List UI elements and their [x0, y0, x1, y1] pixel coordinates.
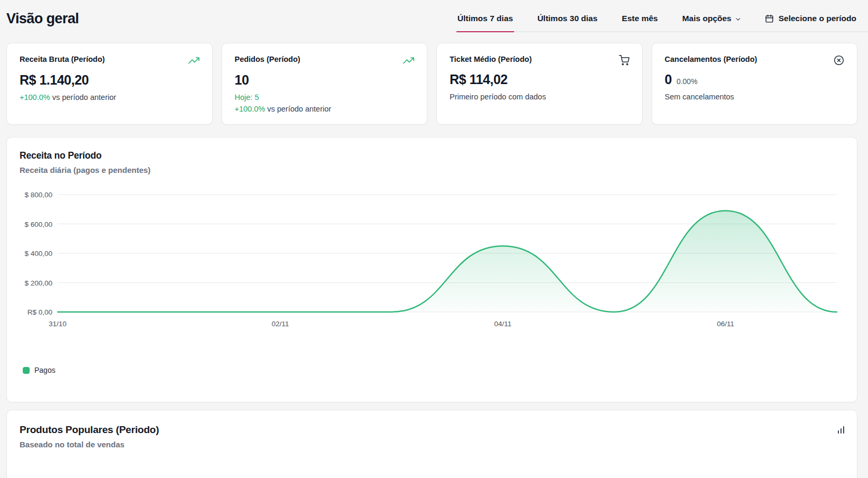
- kpi-delta-suffix: vs período anterior: [52, 93, 116, 102]
- kpi-delta: +100.0%: [235, 105, 266, 113]
- kpi-card-orders: Pedidos (Período) 10 Hoje: 5 +100.0% vs …: [222, 43, 428, 125]
- svg-text:06/11: 06/11: [717, 320, 734, 328]
- kpi-card-cancellations: Cancelamentos (Período) 00.00% Sem cance…: [652, 43, 858, 125]
- more-options-label: Mais opções: [682, 14, 732, 23]
- svg-text:$ 800,00: $ 800,00: [24, 191, 52, 199]
- kpi-title: Pedidos (Período): [235, 55, 300, 63]
- svg-text:31/10: 31/10: [49, 320, 67, 328]
- kpi-title: Ticket Médio (Período): [450, 55, 532, 63]
- kpi-title: Cancelamentos (Período): [665, 55, 757, 63]
- chevron-down-icon: [735, 16, 742, 23]
- kpi-percent: 0.00%: [677, 77, 698, 86]
- popular-products-subtitle: Baseado no total de vendas: [20, 440, 844, 449]
- revenue-area-chart[interactable]: $ 800,00$ 600,00$ 400,00$ 200,00R$ 0,003…: [20, 185, 844, 344]
- kpi-note: Sem cancelamentos: [665, 93, 845, 101]
- revenue-chart-subtitle: Receita diária (pagos e pendentes): [20, 166, 844, 174]
- kpi-delta-line: +100.0% vs período anterior: [235, 105, 415, 113]
- trending-up-icon: [188, 55, 199, 66]
- kpi-value: R$ 114,02: [450, 72, 629, 87]
- revenue-chart-title: Receita no Período: [20, 150, 844, 161]
- page-title: Visão geral: [6, 11, 79, 32]
- bar-chart-icon: [838, 426, 845, 434]
- svg-text:04/11: 04/11: [494, 320, 511, 328]
- tab-last-7-days[interactable]: Últimos 7 dias: [456, 11, 514, 32]
- x-circle-icon: [834, 55, 844, 66]
- header: Visão geral Últimos 7 dias Últimos 30 di…: [6, 0, 857, 32]
- revenue-chart-card: Receita no Período Receita diária (pagos…: [6, 137, 857, 402]
- kpi-delta-line: +100.0% vs período anterior: [20, 93, 199, 102]
- kpi-value: R$ 1.140,20: [20, 72, 199, 88]
- tab-this-month[interactable]: Este mês: [621, 11, 659, 32]
- kpi-today: Hoje: 5: [235, 93, 415, 102]
- svg-text:$ 400,00: $ 400,00: [24, 250, 52, 258]
- chart-legend: Pagos: [23, 366, 844, 374]
- svg-text:R$ 0,00: R$ 0,00: [28, 308, 52, 316]
- kpi-value-line: 00.00%: [665, 72, 845, 87]
- legend-swatch-pagos: [23, 367, 30, 374]
- popular-products-card: Produtos Populares (Periodo) Baseado no …: [6, 410, 857, 478]
- select-period-label: Selecione o período: [779, 14, 856, 23]
- kpi-note: Primeiro período com dados: [450, 93, 629, 101]
- svg-text:02/11: 02/11: [271, 320, 289, 328]
- kpi-card-gross-revenue: Receita Bruta (Período) R$ 1.140,20 +100…: [6, 43, 213, 125]
- tab-last-30-days[interactable]: Últimos 30 dias: [536, 11, 599, 32]
- tab-more-options[interactable]: Mais opções: [681, 11, 743, 32]
- calendar-icon: [765, 14, 774, 23]
- popular-products-title: Produtos Populares (Periodo): [20, 424, 844, 436]
- overview-page: Visão geral Últimos 7 dias Últimos 30 di…: [0, 0, 868, 478]
- kpi-value: 10: [235, 72, 415, 88]
- kpi-row: Receita Bruta (Período) R$ 1.140,20 +100…: [6, 43, 857, 125]
- svg-text:$ 600,00: $ 600,00: [24, 220, 52, 228]
- kpi-card-average-ticket: Ticket Médio (Período) R$ 114,02 Primeir…: [436, 43, 643, 125]
- shopping-cart-icon: [619, 55, 629, 66]
- kpi-value: 0: [665, 72, 672, 87]
- kpi-title: Receita Bruta (Período): [20, 55, 105, 63]
- kpi-delta: +100.0%: [20, 93, 50, 102]
- legend-label-pagos: Pagos: [34, 366, 56, 374]
- period-tabs: Últimos 7 dias Últimos 30 dias Este mês …: [456, 11, 868, 32]
- trending-up-icon: [403, 55, 414, 66]
- select-period-button[interactable]: Selecione o período: [765, 11, 856, 31]
- kpi-delta-suffix: vs período anterior: [267, 105, 331, 113]
- svg-text:$ 200,00: $ 200,00: [24, 279, 52, 287]
